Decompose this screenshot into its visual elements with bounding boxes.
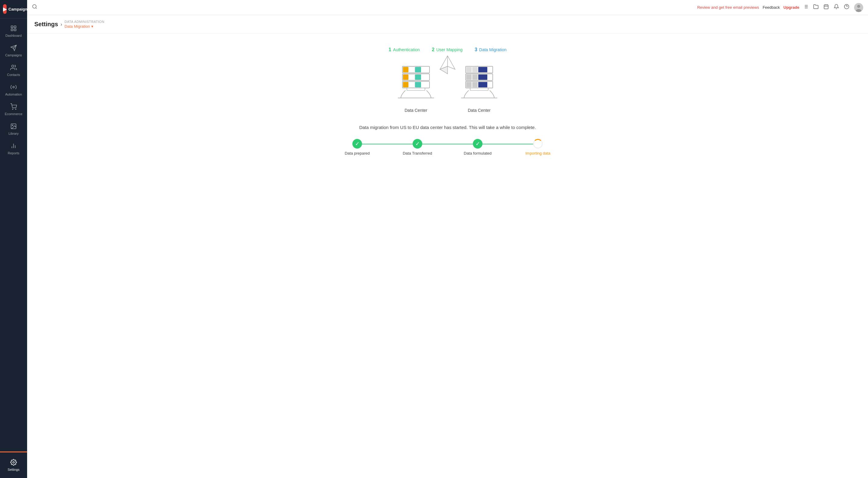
- bell-icon[interactable]: [834, 4, 839, 11]
- breadcrumb-current[interactable]: Data Migration ▾: [64, 24, 104, 29]
- library-label: Library: [8, 132, 19, 135]
- campaigns-label: Campaigns: [5, 53, 22, 57]
- svg-rect-58: [472, 82, 478, 87]
- step-1-number: 1: [389, 47, 391, 53]
- svg-rect-44: [409, 82, 414, 87]
- main-area: Review and get free email previews Feedb…: [27, 0, 868, 478]
- svg-rect-40: [409, 74, 414, 80]
- source-dc-label: Data Center: [404, 108, 427, 113]
- app-title: Campaigns: [8, 7, 30, 11]
- sidebar-item-dashboard[interactable]: Dashboard: [0, 21, 27, 41]
- svg-rect-60: [470, 88, 488, 90]
- svg-point-5: [13, 86, 14, 88]
- svg-line-15: [35, 7, 36, 8]
- promo-text[interactable]: Review and get free email previews: [697, 5, 759, 10]
- svg-rect-41: [415, 74, 421, 80]
- app-logo-icon: ▶: [3, 4, 7, 14]
- upgrade-button[interactable]: Upgrade: [783, 5, 799, 10]
- sidebar-item-ecommerce[interactable]: Ecommerce: [0, 100, 27, 119]
- svg-rect-59: [478, 82, 487, 87]
- breadcrumb-section: DATA ADMINISTRATION: [64, 20, 104, 24]
- svg-rect-55: [478, 74, 487, 80]
- breadcrumb-dropdown-icon: ▾: [91, 24, 93, 29]
- campaigns-icon: [10, 44, 17, 52]
- sidebar-header: ▶ Campaigns +: [0, 0, 27, 19]
- search-icon[interactable]: [32, 4, 37, 11]
- svg-rect-51: [478, 67, 487, 72]
- dest-dc-label: Data Center: [468, 108, 490, 113]
- step-3-label: Data Migration: [479, 47, 506, 52]
- help-icon[interactable]: [844, 4, 849, 11]
- sidebar-bottom: Settings: [0, 451, 27, 478]
- settings-icon: [10, 459, 17, 467]
- sidebar: ▶ Campaigns + Dashboard Campaigns Contac…: [0, 0, 27, 478]
- contacts-icon: [10, 64, 17, 72]
- sidebar-item-campaigns[interactable]: Campaigns: [0, 41, 27, 61]
- dest-datacenter: Data Center: [460, 63, 499, 113]
- step-1-label: Authentication: [393, 47, 420, 52]
- svg-rect-50: [472, 67, 478, 72]
- progress-step-formulated: ✓ Data formulated: [447, 139, 508, 155]
- sidebar-item-contacts[interactable]: Contacts: [0, 61, 27, 80]
- step-1: 1 Authentication: [389, 47, 420, 53]
- progress-step-transferred: ✓ Data Transferred: [387, 139, 447, 155]
- topbar-icons: [803, 3, 863, 12]
- svg-point-7: [16, 109, 16, 110]
- svg-point-13: [13, 461, 14, 463]
- progress-icon-prepared: ✓: [352, 139, 362, 149]
- automation-label: Automation: [5, 92, 22, 96]
- contacts-label: Contacts: [7, 73, 20, 77]
- sidebar-item-reports[interactable]: Reports: [0, 139, 27, 158]
- progress-icon-formulated: ✓: [473, 139, 483, 149]
- breadcrumb: Settings › DATA ADMINISTRATION Data Migr…: [27, 15, 868, 34]
- svg-rect-49: [466, 67, 472, 72]
- svg-point-29: [857, 5, 860, 8]
- library-icon: [10, 123, 17, 130]
- reports-label: Reports: [8, 151, 20, 155]
- progress-step-importing: Importing data: [508, 139, 568, 155]
- progress-icon-importing: [533, 139, 543, 149]
- sidebar-nav: Dashboard Campaigns Contacts Automation …: [0, 19, 27, 451]
- sidebar-item-settings[interactable]: Settings: [2, 456, 25, 474]
- svg-rect-45: [415, 82, 421, 87]
- svg-rect-22: [824, 5, 828, 9]
- ecommerce-icon: [10, 103, 17, 111]
- svg-rect-36: [409, 67, 414, 72]
- avatar[interactable]: [854, 3, 863, 12]
- breadcrumb-current-label: Data Migration: [64, 24, 90, 29]
- svg-point-14: [33, 4, 36, 8]
- dashboard-icon: [10, 25, 17, 33]
- settings-label: Settings: [7, 468, 20, 471]
- sidebar-item-automation[interactable]: Automation: [0, 80, 27, 100]
- dashboard-label: Dashboard: [5, 34, 22, 37]
- svg-rect-3: [14, 29, 16, 31]
- status-message: Data migration from US to EU data center…: [359, 125, 536, 130]
- ecommerce-label: Ecommerce: [5, 112, 23, 116]
- progress-label-transferred: Data Transferred: [403, 151, 432, 155]
- dc-illustration: Data Center: [342, 63, 553, 113]
- svg-rect-54: [472, 74, 478, 80]
- svg-point-9: [12, 125, 13, 126]
- svg-rect-1: [14, 26, 16, 28]
- progress-label-prepared: Data prepared: [345, 151, 370, 155]
- svg-rect-37: [415, 67, 421, 72]
- folder-icon[interactable]: [813, 4, 818, 11]
- svg-rect-43: [403, 82, 408, 87]
- list-icon[interactable]: [803, 4, 808, 11]
- automation-icon: [10, 84, 17, 91]
- svg-point-4: [12, 65, 14, 67]
- calendar-icon[interactable]: [824, 4, 829, 11]
- topbar: Review and get free email previews Feedb…: [27, 0, 868, 15]
- breadcrumb-arrow-icon: ›: [61, 22, 62, 27]
- step-2-label: User Mapping: [436, 47, 463, 52]
- reports-icon: [10, 143, 17, 150]
- step-3-number: 3: [475, 47, 477, 53]
- svg-rect-35: [403, 67, 408, 72]
- progress-label-formulated: Data formulated: [464, 151, 492, 155]
- progress-step-prepared: ✓ Data prepared: [327, 139, 387, 155]
- progress-steps: ✓ Data prepared ✓ Data Transferred ✓ Dat…: [327, 139, 568, 155]
- paper-plane-icon: [437, 54, 458, 80]
- feedback-button[interactable]: Feedback: [763, 5, 780, 10]
- sidebar-item-library[interactable]: Library: [0, 119, 27, 139]
- progress-label-importing: Importing data: [525, 151, 550, 155]
